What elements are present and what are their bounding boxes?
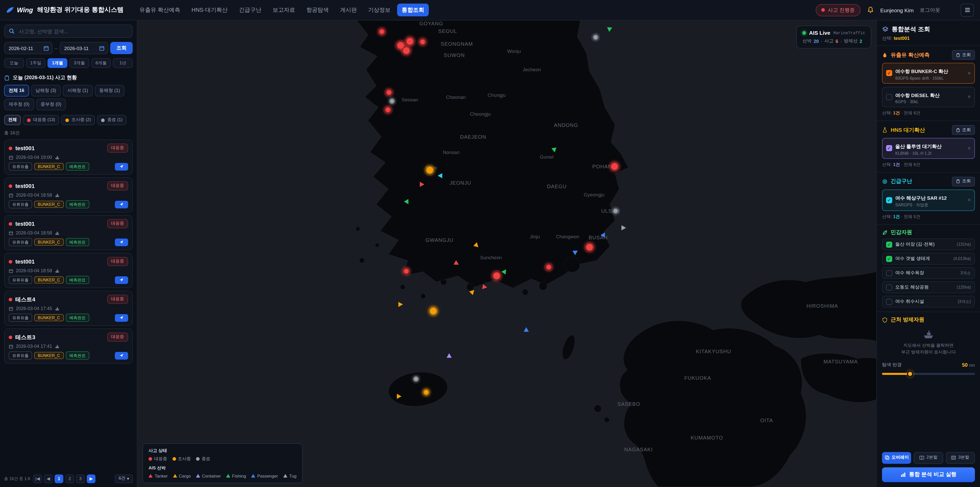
ship-marker-fishing[interactable] <box>552 147 557 153</box>
search-input[interactable] <box>18 28 128 35</box>
page-button-3[interactable]: 3 <box>76 474 85 483</box>
ship-marker-tug[interactable] <box>438 173 442 178</box>
simulation-item[interactable]: ✓ 여수 해상구난 SAR #12SARGPS · 작업중 × <box>882 189 975 211</box>
incident-marker-closed[interactable] <box>389 98 395 104</box>
run-analysis-button[interactable]: 통합 분석 비교 실행 <box>882 467 975 482</box>
region-chip-seohae[interactable]: 서해청 (1) <box>63 85 93 97</box>
view-overlay-button[interactable]: 오버레이 <box>882 452 912 463</box>
incident-marker-closed[interactable] <box>593 34 599 40</box>
close-icon[interactable]: × <box>967 197 971 203</box>
close-icon[interactable]: × <box>967 94 971 100</box>
ship-marker-passenger[interactable] <box>524 327 529 332</box>
resource-item[interactable]: 오동도 해상공원(125ha) <box>882 281 975 293</box>
range-6months[interactable]: 6개월 <box>91 58 111 68</box>
incident-card[interactable]: test001대응중 2026-03-04 18:58 유류유출BUNKER_C… <box>4 215 133 250</box>
ship-marker-tanker[interactable] <box>420 182 425 187</box>
status-chip-investigating[interactable]: 조사중 (2) <box>61 115 95 125</box>
radius-slider[interactable] <box>882 373 975 375</box>
incident-marker-responding[interactable] <box>402 46 410 55</box>
checkbox-unchecked[interactable] <box>886 94 892 100</box>
checkbox-checked[interactable]: ✓ <box>886 197 892 203</box>
incident-marker-responding[interactable] <box>492 271 501 280</box>
logout-button[interactable]: 로그아웃 <box>920 6 940 14</box>
incident-card[interactable]: test001대응중 2026-03-04 19:00 유류유출BUNKER_C… <box>4 139 133 175</box>
checkbox-checked[interactable]: ✓ <box>886 145 892 152</box>
ship-marker-tanker[interactable] <box>482 284 487 290</box>
notifications-bell-icon[interactable] <box>866 6 874 14</box>
incident-marker-responding[interactable] <box>610 162 619 171</box>
incident-marker-responding[interactable] <box>403 268 410 275</box>
ship-marker-cargo[interactable] <box>397 394 401 399</box>
prev-page-button[interactable]: ◀ <box>44 474 52 483</box>
region-chip-all[interactable]: 전체 16 <box>4 85 29 97</box>
date-query-button[interactable]: 조회 <box>110 42 133 54</box>
ship-marker-tug[interactable] <box>621 225 626 230</box>
incident-marker-investigating[interactable] <box>423 389 430 396</box>
incident-marker-responding[interactable] <box>379 28 385 35</box>
incident-marker-responding[interactable] <box>406 37 414 46</box>
incident-card[interactable]: 테스트4대응중 2026-03-04 17:45 유류유출BUNKER_C예측완… <box>4 291 133 326</box>
nav-item-reports[interactable]: 보고자료 <box>268 3 300 16</box>
first-page-button[interactable]: |◀ <box>33 474 42 483</box>
incident-card[interactable]: test001대응중 2026-03-04 18:58 유류유출BUNKER_C… <box>4 253 133 288</box>
date-to-input[interactable] <box>63 45 97 51</box>
view-split3-button[interactable]: 3분할 <box>945 452 975 463</box>
calendar-icon[interactable] <box>43 45 49 51</box>
date-from-input[interactable] <box>8 45 41 51</box>
incident-locate-button[interactable] <box>115 276 128 284</box>
ship-marker-fishing[interactable] <box>607 27 612 32</box>
nav-item-weather[interactable]: 기상정보 <box>363 3 395 16</box>
incident-card[interactable]: test001대응중 2026-03-04 18:58 유류유출BUNKER_C… <box>4 177 133 212</box>
range-3months[interactable]: 3개월 <box>69 58 89 68</box>
incident-locate-button[interactable] <box>115 352 128 359</box>
oil-query-button[interactable]: 조회 <box>952 50 975 60</box>
nav-item-hns[interactable]: HNS·대기확산 <box>187 3 232 16</box>
nav-item-integrated-view[interactable]: 통합조회 <box>397 3 429 16</box>
map-canvas[interactable]: GOYANG SEOUL SEONGNAM SUWON Wonju Jecheo… <box>137 21 877 487</box>
incident-marker-responding[interactable] <box>385 107 391 113</box>
menu-button[interactable] <box>961 3 974 17</box>
incident-in-progress-badge[interactable]: 사고 진행중 <box>816 4 861 16</box>
incident-locate-button[interactable] <box>115 163 128 170</box>
incident-locate-button[interactable] <box>115 200 128 208</box>
close-icon[interactable]: × <box>967 145 971 151</box>
incident-marker-investigating[interactable] <box>425 166 434 174</box>
simulation-item[interactable]: ✓ 여수항 BUNKER-C 확산60GPS·6psec·drift · 150… <box>882 63 975 83</box>
status-chip-closed[interactable]: 종료 (1) <box>97 115 127 125</box>
nav-item-board[interactable]: 게시판 <box>335 3 361 16</box>
close-icon[interactable]: × <box>967 70 971 76</box>
region-chip-namhae[interactable]: 남해청 (3) <box>31 85 61 97</box>
checkbox-unchecked[interactable] <box>886 284 892 291</box>
page-button-1[interactable]: 1 <box>55 474 63 483</box>
checkbox-unchecked[interactable] <box>886 299 892 305</box>
region-chip-jeju[interactable]: 제주청 (0) <box>4 99 34 110</box>
page-button-2[interactable]: 2 <box>65 474 74 483</box>
incident-marker-closed[interactable] <box>413 376 419 382</box>
checkbox-checked[interactable]: ✓ <box>886 70 892 77</box>
nav-item-aerial-search[interactable]: 항공탐색 <box>302 3 333 16</box>
incident-locate-button[interactable] <box>115 238 128 246</box>
incident-marker-responding[interactable] <box>419 38 426 45</box>
slider-thumb[interactable] <box>907 371 913 377</box>
range-1month[interactable]: 1개월 <box>48 58 67 68</box>
incident-marker-responding[interactable] <box>386 89 392 96</box>
checkbox-checked[interactable]: ✓ <box>886 241 892 247</box>
range-1year[interactable]: 1년 <box>113 58 133 68</box>
incident-card[interactable]: 테스트3대응중 2026-03-04 17:41 유류유출BUNKER_C예측완… <box>4 329 133 364</box>
calendar-icon[interactable] <box>99 45 105 51</box>
incident-marker-responding[interactable] <box>546 264 552 270</box>
checkbox-checked[interactable]: ✓ <box>886 255 892 262</box>
rescue-query-button[interactable]: 조회 <box>952 176 975 186</box>
checkbox-unchecked[interactable] <box>886 270 892 276</box>
region-chip-donghae[interactable]: 동해청 (1) <box>95 85 124 97</box>
incident-marker-responding[interactable] <box>585 243 594 252</box>
incident-marker-investigating[interactable] <box>429 307 438 315</box>
status-chip-responding[interactable]: 대응중 (13) <box>23 115 59 125</box>
incident-locate-button[interactable] <box>115 314 128 321</box>
page-size-select[interactable]: 6건▾ <box>115 474 133 483</box>
status-chip-all[interactable]: 전체 <box>4 115 21 125</box>
simulation-item[interactable]: ✓ 울산 톨루엔 대기확산KLBNB · 10L·H 1.2t × <box>882 138 975 158</box>
range-1week[interactable]: 1주일 <box>26 58 45 68</box>
resource-item[interactable]: ✓돌산 어장 (김·전복)(131ha) <box>882 238 975 250</box>
ship-marker-container[interactable] <box>447 353 452 358</box>
